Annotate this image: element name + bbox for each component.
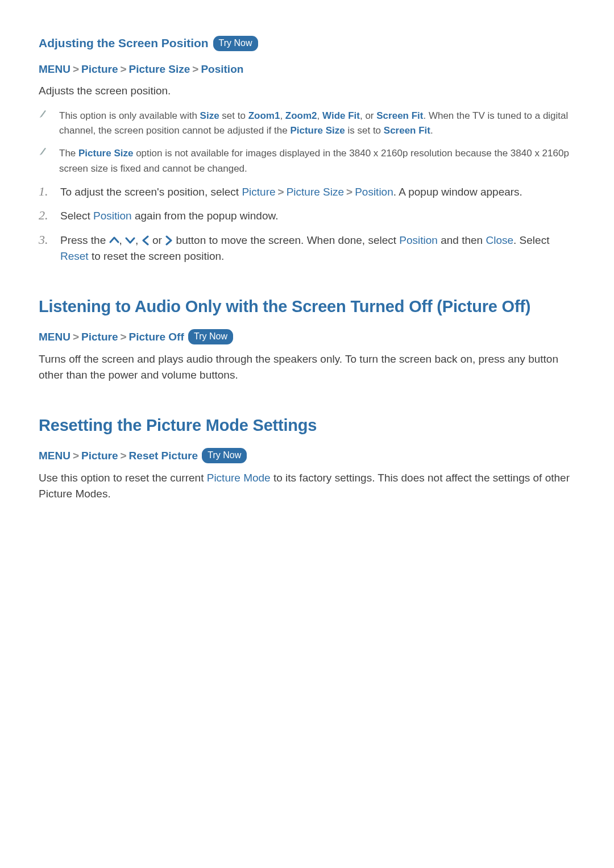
crumb-position: Position — [201, 63, 243, 75]
note-text: The Picture Size option is not available… — [59, 146, 575, 176]
step-list: To adjust the screen's position, select … — [39, 184, 575, 265]
crumb-picture: Picture — [81, 331, 118, 343]
try-now-badge[interactable]: Try Now — [202, 448, 247, 463]
step-3: Press the , , or button to move the scre… — [39, 232, 575, 265]
heading-picture-off: Listening to Audio Only with the Screen … — [39, 294, 575, 319]
section-reset-picture: Resetting the Picture Mode Settings MENU… — [39, 413, 575, 502]
up-arrow-icon — [109, 235, 119, 246]
chevron-right-icon: > — [276, 186, 287, 198]
left-arrow-icon — [142, 235, 150, 246]
chevron-right-icon: > — [118, 63, 128, 75]
try-now-badge[interactable]: Try Now — [213, 36, 258, 51]
crumb-menu: MENU — [39, 450, 70, 462]
intro-text: Adjusts the screen position. — [39, 83, 575, 99]
body-text: Turns off the screen and plays audio thr… — [39, 351, 575, 384]
section-picture-off: Listening to Audio Only with the Screen … — [39, 294, 575, 384]
note-2: The Picture Size option is not available… — [39, 146, 575, 176]
note-text: This option is only available with Size … — [59, 109, 575, 139]
note-icon — [39, 146, 49, 156]
body-text: Use this option to reset the current Pic… — [39, 470, 575, 502]
chevron-right-icon: > — [70, 331, 81, 343]
right-arrow-icon — [165, 235, 173, 246]
chevron-right-icon: > — [118, 331, 128, 343]
breadcrumb: MENU>Picture>Picture Off Try Now — [39, 329, 575, 346]
step-1: To adjust the screen's position, select … — [39, 184, 575, 201]
heading-reset-picture: Resetting the Picture Mode Settings — [39, 413, 575, 438]
note-icon — [39, 109, 49, 118]
subheading-text: Adjusting the Screen Position — [39, 36, 209, 49]
crumb-picture-size: Picture Size — [129, 63, 190, 75]
note-1: This option is only available with Size … — [39, 109, 575, 139]
chevron-right-icon: > — [344, 186, 355, 198]
breadcrumb: MENU>Picture>Picture Size>Position — [39, 61, 575, 78]
chevron-right-icon: > — [70, 63, 81, 75]
subheading-adjust: Adjusting the Screen Position Try Now — [39, 34, 575, 52]
chevron-right-icon: > — [190, 63, 201, 75]
section-adjust-position: Adjusting the Screen Position Try Now ME… — [39, 34, 575, 265]
crumb-menu: MENU — [39, 331, 70, 343]
crumb-picture-off: Picture Off — [129, 331, 184, 343]
crumb-picture: Picture — [81, 450, 118, 462]
chevron-right-icon: > — [70, 450, 81, 462]
step-2: Select Position again from the popup win… — [39, 208, 575, 225]
breadcrumb: MENU>Picture>Reset Picture Try Now — [39, 448, 575, 464]
try-now-badge[interactable]: Try Now — [188, 329, 233, 344]
down-arrow-icon — [125, 235, 135, 246]
crumb-menu: MENU — [39, 63, 70, 75]
crumb-picture: Picture — [81, 63, 118, 75]
chevron-right-icon: > — [118, 450, 128, 462]
crumb-reset-picture: Reset Picture — [129, 450, 198, 462]
